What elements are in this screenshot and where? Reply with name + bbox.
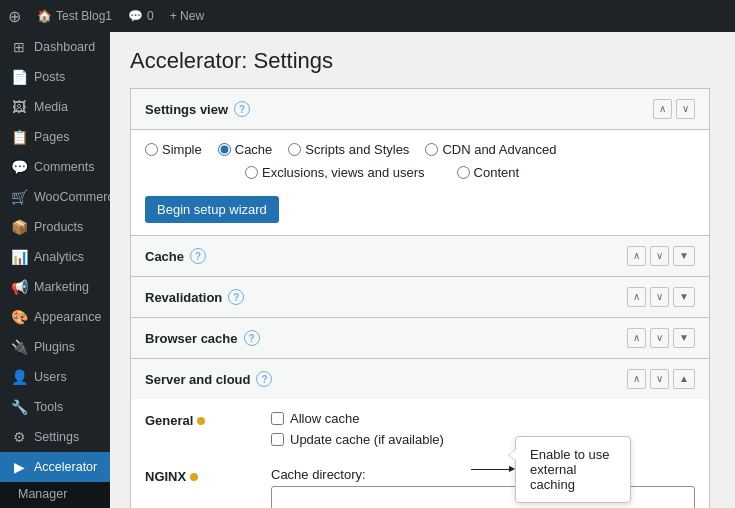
allow-cache-checkbox[interactable]	[271, 412, 284, 425]
browser-cache-down[interactable]: ∨	[650, 328, 669, 348]
cache-title: Cache	[145, 249, 184, 264]
radio-exclusions-input[interactable]	[245, 166, 258, 179]
dashboard-icon: ⊞	[10, 39, 28, 55]
setup-wizard-button[interactable]: Begin setup wizard	[145, 196, 279, 223]
sidebar-item-marketing[interactable]: 📢 Marketing	[0, 272, 110, 302]
new-label: + New	[170, 9, 204, 23]
media-icon: 🖼	[10, 99, 28, 115]
radio-cdn[interactable]: CDN and Advanced	[425, 142, 556, 157]
radio-content-label: Content	[474, 165, 520, 180]
server-cloud-section: Server and cloud ? ∧ ∨ ▲ General	[131, 359, 709, 508]
browser-cache-section-label: Browser cache ?	[145, 330, 260, 346]
server-cloud-section-label: Server and cloud ?	[145, 371, 272, 387]
browser-cache-section: Browser cache ? ∧ ∨ ▼	[131, 318, 709, 359]
accelerator-icon: ▶	[10, 459, 28, 475]
sidebar-item-posts[interactable]: 📄 Posts	[0, 62, 110, 92]
sidebar-label-marketing: Marketing	[34, 280, 89, 294]
comments-item[interactable]: 💬 0	[128, 9, 154, 23]
server-cloud-help[interactable]: ?	[256, 371, 272, 387]
sidebar: ⊞ Dashboard 📄 Posts 🖼 Media 📋 Pages 💬 Co…	[0, 32, 110, 508]
sidebar-sub-accelerator: Manager Settings	[0, 482, 110, 508]
general-form-row: General Allow cache Update cache (if ava…	[145, 411, 695, 453]
sidebar-label-appearance: Appearance	[34, 310, 101, 324]
browser-cache-help[interactable]: ?	[244, 330, 260, 346]
cache-section: Cache ? ∧ ∨ ▼	[131, 236, 709, 277]
general-status-dot	[197, 417, 205, 425]
admin-bar: ⊕ 🏠 Test Blog1 💬 0 + New	[0, 0, 735, 32]
revalidation-down[interactable]: ∨	[650, 287, 669, 307]
server-cloud-down[interactable]: ∨	[650, 369, 669, 389]
sidebar-item-woocommerce[interactable]: 🛒 WooCommerce	[0, 182, 110, 212]
radio-cache-label: Cache	[235, 142, 273, 157]
site-name: Test Blog1	[56, 9, 112, 23]
radio-cache-input[interactable]	[218, 143, 231, 156]
sidebar-item-comments[interactable]: 💬 Comments	[0, 152, 110, 182]
pages-icon: 📋	[10, 129, 28, 145]
tooltip-arrow-container: ▶ Enable to use external caching	[471, 436, 631, 503]
wp-logo-item[interactable]: ⊕	[8, 7, 21, 26]
page-title: Accelerator: Settings	[130, 48, 715, 74]
cache-controls: ∧ ∨ ▼	[627, 246, 695, 266]
cache-up[interactable]: ∧	[627, 246, 646, 266]
revalidation-help[interactable]: ?	[228, 289, 244, 305]
cache-collapse[interactable]: ▼	[673, 246, 695, 266]
settings-view-header: Settings view ? ∧ ∨	[131, 89, 709, 130]
sidebar-label-settings: Settings	[34, 430, 79, 444]
radio-simple[interactable]: Simple	[145, 142, 202, 157]
new-item[interactable]: + New	[170, 9, 204, 23]
cache-down[interactable]: ∨	[650, 246, 669, 266]
cache-help[interactable]: ?	[190, 248, 206, 264]
sidebar-label-users: Users	[34, 370, 67, 384]
browser-cache-section-header: Browser cache ? ∧ ∨ ▼	[131, 318, 709, 358]
general-label-text: General	[145, 413, 193, 428]
settings-panel: Settings view ? ∧ ∨ Simple	[130, 88, 710, 508]
radio-cdn-input[interactable]	[425, 143, 438, 156]
sidebar-label-woocommerce: WooCommerce	[34, 190, 110, 204]
sidebar-item-dashboard[interactable]: ⊞ Dashboard	[0, 32, 110, 62]
site-name-item[interactable]: 🏠 Test Blog1	[37, 9, 112, 23]
sidebar-item-settings[interactable]: ⚙ Settings	[0, 422, 110, 452]
marketing-icon: 📢	[10, 279, 28, 295]
server-cloud-expand[interactable]: ▲	[673, 369, 695, 389]
comments-icon: 💬	[10, 159, 28, 175]
revalidation-up[interactable]: ∧	[627, 287, 646, 307]
revalidation-section-header: Revalidation ? ∧ ∨ ▼	[131, 277, 709, 317]
sidebar-item-appearance[interactable]: 🎨 Appearance	[0, 302, 110, 332]
woocommerce-icon: 🛒	[10, 189, 28, 205]
browser-cache-title: Browser cache	[145, 331, 238, 346]
allow-cache-row: Allow cache	[271, 411, 695, 426]
sidebar-item-users[interactable]: 👤 Users	[0, 362, 110, 392]
update-cache-label: Update cache (if available)	[290, 432, 444, 447]
server-cloud-body: General Allow cache Update cache (if ava…	[131, 399, 709, 508]
sidebar-item-pages[interactable]: 📋 Pages	[0, 122, 110, 152]
nginx-label: NGINX	[145, 467, 255, 484]
sidebar-label-tools: Tools	[34, 400, 63, 414]
sidebar-item-products[interactable]: 📦 Products	[0, 212, 110, 242]
server-cloud-up[interactable]: ∧	[627, 369, 646, 389]
radio-content-input[interactable]	[457, 166, 470, 179]
radio-content[interactable]: Content	[457, 165, 520, 180]
browser-cache-up[interactable]: ∧	[627, 328, 646, 348]
settings-view-down[interactable]: ∨	[676, 99, 695, 119]
settings-view-help[interactable]: ?	[234, 101, 250, 117]
users-icon: 👤	[10, 369, 28, 385]
sidebar-item-accelerator[interactable]: ▶ Accelerator	[0, 452, 110, 482]
radio-simple-input[interactable]	[145, 143, 158, 156]
sidebar-item-analytics[interactable]: 📊 Analytics	[0, 242, 110, 272]
sidebar-item-tools[interactable]: 🔧 Tools	[0, 392, 110, 422]
update-cache-checkbox[interactable]	[271, 433, 284, 446]
sidebar-subitem-manager[interactable]: Manager	[0, 482, 110, 506]
radio-cache[interactable]: Cache	[218, 142, 273, 157]
sidebar-label-pages: Pages	[34, 130, 69, 144]
cache-section-header: Cache ? ∧ ∨ ▼	[131, 236, 709, 276]
radio-exclusions-label: Exclusions, views and users	[262, 165, 425, 180]
revalidation-collapse[interactable]: ▼	[673, 287, 695, 307]
sidebar-item-media[interactable]: 🖼 Media	[0, 92, 110, 122]
settings-view-up[interactable]: ∧	[653, 99, 672, 119]
radio-scripts-input[interactable]	[288, 143, 301, 156]
sidebar-item-plugins[interactable]: 🔌 Plugins	[0, 332, 110, 362]
browser-cache-collapse[interactable]: ▼	[673, 328, 695, 348]
sidebar-label-plugins: Plugins	[34, 340, 75, 354]
radio-exclusions[interactable]: Exclusions, views and users	[245, 165, 425, 180]
radio-scripts[interactable]: Scripts and Styles	[288, 142, 409, 157]
